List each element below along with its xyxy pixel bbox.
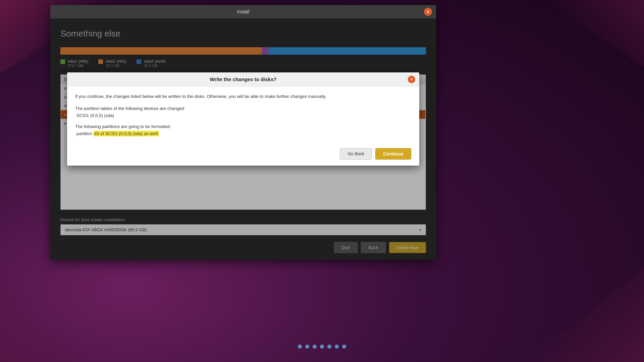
dialog-message: If you continue, the changes listed belo… (75, 93, 411, 100)
dialog-format-item: partition #3 of SCSI1 (0,0,0) (sda) as e… (76, 131, 411, 136)
progress-dot-2 (305, 345, 309, 349)
window-content: Something else sda1 (ntfs) 575.7 MB sda2… (50, 18, 436, 260)
installer-window: Install × Something else sda1 (ntfs) 575… (50, 5, 436, 260)
bg-decoration-bl (0, 278, 101, 362)
progress-dot-5 (327, 345, 331, 349)
progress-dot-6 (335, 345, 339, 349)
dialog-close-button[interactable]: × (408, 76, 415, 83)
dialog-body: If you continue, the changes listed belo… (67, 86, 419, 144)
window-title: Install (237, 9, 250, 14)
progress-dot-1 (298, 345, 302, 349)
bg-decoration-br (527, 268, 644, 362)
window-titlebar: Install × (50, 5, 436, 18)
progress-dot-3 (313, 345, 317, 349)
progress-dot-4 (320, 345, 324, 349)
progress-dots (298, 345, 346, 349)
write-changes-dialog: Write the changes to disks? × If you con… (67, 72, 419, 166)
continue-button[interactable]: Continue (375, 148, 411, 160)
dialog-titlebar: Write the changes to disks? × (67, 72, 419, 86)
window-close-button[interactable]: × (424, 8, 432, 16)
bg-decoration-tr (543, 0, 644, 67)
dialog-partition-tables-title: The partition tables of the following de… (75, 106, 411, 111)
dialog-footer: Go Back Continue (67, 144, 419, 166)
dialog-overlay: Write the changes to disks? × If you con… (50, 18, 436, 260)
format-item-highlighted: #3 of SCSI1 (0,0,0) (sda) as ext4 (93, 131, 159, 136)
go-back-button[interactable]: Go Back (340, 148, 372, 160)
dialog-format-title: The following partitions are going to be… (75, 124, 411, 129)
format-item-prefix: partition (76, 131, 93, 136)
progress-dot-7 (342, 345, 346, 349)
dialog-device-list: SCSI1 (0,0,0) (sda) (76, 113, 411, 118)
dialog-title: Write the changes to disks? (210, 76, 277, 82)
